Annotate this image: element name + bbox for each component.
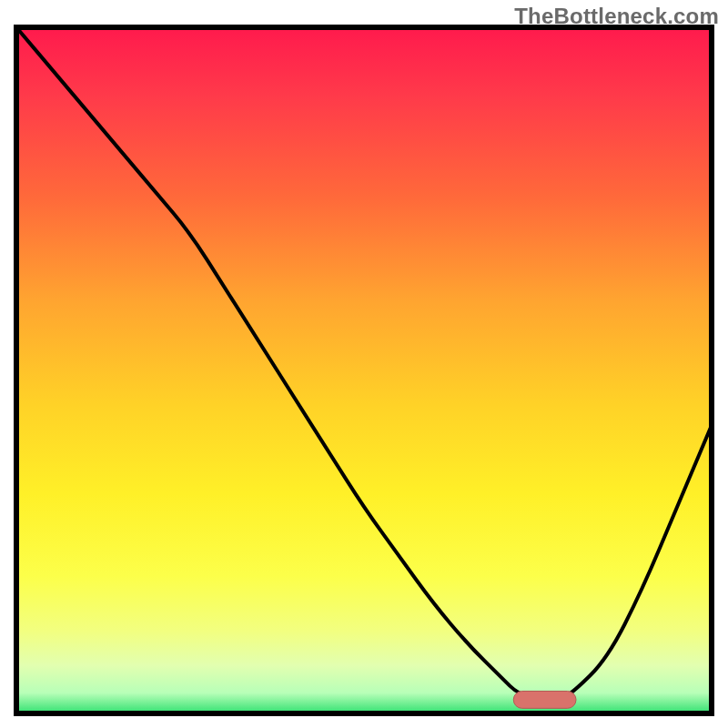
bottleneck-chart (0, 0, 728, 728)
watermark-text: TheBottleneck.com (514, 4, 719, 29)
chart-container: TheBottleneck.com (0, 0, 728, 728)
pill-marker (513, 691, 576, 708)
gradient-background (16, 27, 712, 713)
